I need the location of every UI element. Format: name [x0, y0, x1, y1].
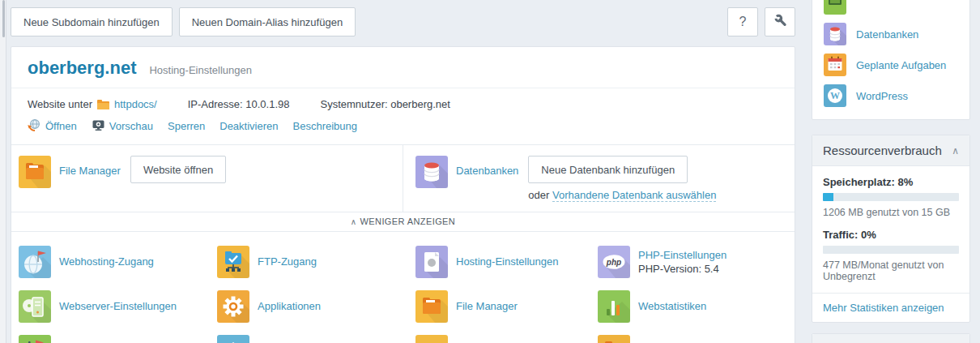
- website-under-label: Website unter: [28, 98, 92, 110]
- left-scrollbar[interactable]: [0, 0, 6, 343]
- ftp-access-icon[interactable]: [217, 246, 249, 278]
- traffic-usage-detail: 477 MB/Monat genutzt von Unbegrenzt: [823, 259, 959, 282]
- protected-directories-icon[interactable]: [598, 335, 630, 343]
- add-subdomain-button[interactable]: Neue Subdomain hinzufügen: [11, 7, 173, 36]
- docroot-link[interactable]: httpdocs/: [114, 98, 157, 110]
- add-domain-alias-button[interactable]: Neuen Domain-Alias hinzufügen: [179, 7, 356, 36]
- scheduled-tasks-icon[interactable]: [824, 54, 846, 76]
- shortcuts-card: Datenbanken: [812, 0, 970, 120]
- web-statistics-icon[interactable]: [598, 290, 630, 323]
- grid-item-webserver-settings: Webserver-Einstellungen: [19, 284, 217, 328]
- svg-text:php: php: [606, 257, 621, 266]
- databases-icon[interactable]: [415, 156, 448, 188]
- settings-wrench-button[interactable]: [765, 7, 795, 36]
- recommended-apps-panel: Empfohlene Applikationen ∧ Testen Sie di…: [812, 333, 970, 343]
- right-sidebar: Datenbanken: [812, 0, 970, 343]
- dns-settings-icon[interactable]: [19, 335, 51, 343]
- domain-title: oberberg.net: [28, 58, 136, 79]
- shortcut-item-partial: [812, 0, 969, 19]
- disk-usage-detail: 1206 MB genutzt von 15 GB: [823, 207, 959, 218]
- or-label: oder: [528, 189, 549, 201]
- svg-text:W: W: [830, 90, 840, 101]
- webserver-settings-link[interactable]: Webserver-Einstellungen: [59, 300, 177, 312]
- folder-icon: [97, 100, 109, 109]
- toolbar-right-group: ?: [727, 7, 795, 36]
- suspend-link[interactable]: Sperren: [168, 120, 205, 132]
- databases-cell: Datenbanken Neue Datenbank hinzufügen od…: [403, 145, 795, 212]
- top-toolbar: Neue Subdomain hinzufügen Neuen Domain-A…: [11, 7, 795, 36]
- database-icon[interactable]: [824, 23, 846, 45]
- file-manager-icon[interactable]: [19, 156, 51, 188]
- grid-item-applications: Applikationen: [217, 284, 415, 328]
- wordpress-icon[interactable]: W: [824, 84, 846, 107]
- collapse-chevron-icon[interactable]: ∧: [952, 145, 959, 156]
- resources-panel: Ressourcenverbrauch ∧ Speicherplatz: 8% …: [812, 135, 970, 323]
- traffic-usage-bar: [823, 246, 959, 254]
- domain-card-header: oberberg.net Hosting-Einstellungen: [11, 47, 795, 88]
- sidebar-databases-link[interactable]: Datenbanken: [856, 28, 918, 41]
- applications-icon[interactable]: [217, 290, 249, 323]
- grid-item-ftp-access: FTP-Zugang: [217, 239, 415, 284]
- system-user-label: Systemnutzer: oberberg.net: [320, 98, 450, 110]
- backup-websites-icon[interactable]: [415, 335, 448, 343]
- ftp-access-link[interactable]: FTP-Zugang: [258, 255, 317, 268]
- webhosting-access-link[interactable]: Webhosting-Zugang: [59, 255, 154, 268]
- sidebar-scheduled-tasks-link[interactable]: Geplante Aufgaben: [856, 59, 946, 71]
- monitor-eye-icon: [92, 118, 105, 134]
- disk-usage-bar: [823, 193, 959, 201]
- open-site-link[interactable]: Öffnen: [28, 118, 77, 134]
- hosting-settings-grid-link[interactable]: Hosting-Einstellungen: [456, 255, 558, 268]
- domain-actions-row: Öffnen Vorschau Sperren: [28, 118, 778, 134]
- web-statistics-link[interactable]: Webstatistiken: [638, 300, 706, 312]
- quick-tools-row: File Manager Website öffnen Datenbanken: [11, 144, 795, 212]
- open-website-button[interactable]: Website öffnen: [130, 156, 226, 183]
- plesk-page: Neue Subdomain hinzufügen Neuen Domain-A…: [0, 0, 980, 343]
- add-database-button[interactable]: Neue Datenbank hinzufügen: [528, 156, 688, 183]
- preview-link[interactable]: Vorschau: [92, 118, 153, 134]
- recommended-apps-header[interactable]: Empfohlene Applikationen ∧: [812, 334, 969, 343]
- php-settings-link[interactable]: PHP-Einstellungen: [638, 249, 726, 261]
- traffic-usage-label: Traffic: 0%: [823, 229, 959, 241]
- disk-usage-label: Speicherplatz: 8%: [823, 176, 959, 188]
- file-manager-link[interactable]: File Manager: [59, 165, 121, 177]
- resources-panel-header[interactable]: Ressourcenverbrauch ∧: [812, 135, 969, 166]
- grid-item-file-manager: File Manager: [415, 284, 598, 328]
- green-app-icon[interactable]: [824, 0, 846, 15]
- php-version-label: PHP-Version: 5.4: [638, 263, 726, 275]
- domain-info-block: Website unter httpdocs/ IP-Adresse: 10.0…: [11, 88, 795, 144]
- hosting-settings-link[interactable]: Hosting-Einstellungen: [149, 64, 251, 76]
- grid-item-protected-directories: Passwortgeschützte Verzeichnisse: [598, 328, 795, 343]
- chevron-up-icon: ∧: [351, 217, 357, 226]
- deactivate-link[interactable]: Deaktivieren: [219, 120, 278, 132]
- scrollbar-thumb[interactable]: [2, 0, 5, 37]
- email-settings-icon[interactable]: [217, 335, 249, 343]
- choose-existing-database-link[interactable]: Vorhandene Datenbank auswählen: [552, 189, 716, 202]
- grid-item-email-settings: E-Mail-Einstellungen: [217, 328, 415, 343]
- description-link[interactable]: Beschreibung: [293, 120, 358, 132]
- php-settings-icon[interactable]: php: [598, 246, 630, 278]
- resources-panel-body: Speicherplatz: 8% 1206 MB genutzt von 15…: [812, 166, 969, 282]
- grid-item-webhosting-access: Webhosting-Zugang: [19, 239, 217, 284]
- more-statistics-link[interactable]: Mehr Statistiken anzeigen: [823, 302, 944, 314]
- webserver-settings-icon[interactable]: [19, 290, 51, 323]
- file-manager-cell: File Manager Website öffnen: [11, 145, 403, 212]
- hosting-settings-icon[interactable]: [415, 246, 448, 278]
- disk-usage-fill: [823, 193, 833, 201]
- grid-item-backup-websites: Websites sichern: [415, 328, 598, 343]
- applications-link[interactable]: Applikationen: [258, 300, 321, 312]
- show-less-toggle[interactable]: ∧WENIGER ANZEIGEN: [11, 212, 795, 232]
- databases-link[interactable]: Datenbanken: [456, 165, 518, 177]
- grid-item-web-statistics: Webstatistiken: [598, 284, 795, 328]
- domain-card: oberberg.net Hosting-Einstellungen Websi…: [11, 46, 795, 343]
- help-button[interactable]: ?: [727, 7, 758, 36]
- wrench-icon: [772, 12, 788, 32]
- shortcut-item-wordpress: W WordPress: [812, 80, 969, 111]
- databases-actions: Neue Datenbank hinzufügen oder Vorhanden…: [528, 156, 716, 201]
- file-manager-grid-link[interactable]: File Manager: [456, 300, 518, 312]
- ip-address-label: IP-Adresse: 10.0.1.98: [188, 98, 290, 110]
- webhosting-access-icon[interactable]: [19, 246, 51, 278]
- domain-info-row: Website unter httpdocs/ IP-Adresse: 10.0…: [28, 98, 778, 110]
- shortcut-item-scheduled-tasks: Geplante Aufgaben: [812, 49, 969, 80]
- sidebar-wordpress-link[interactable]: WordPress: [856, 90, 908, 102]
- file-manager-grid-icon[interactable]: [415, 290, 448, 323]
